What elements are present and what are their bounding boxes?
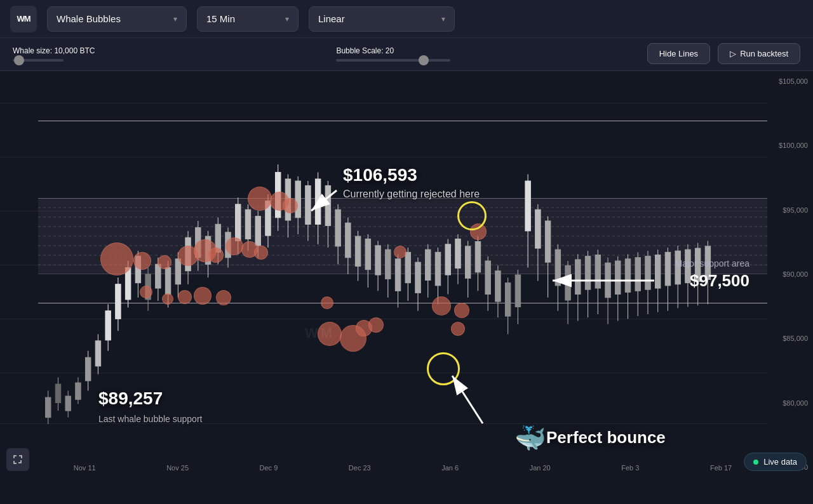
play-icon: ▷ bbox=[730, 49, 736, 58]
time-label: 15 Min bbox=[206, 13, 235, 24]
svg-rect-99 bbox=[495, 271, 501, 302]
svg-rect-91 bbox=[455, 239, 460, 268]
svg-rect-105 bbox=[525, 181, 530, 231]
chevron-down-icon: ▾ bbox=[441, 15, 445, 23]
svg-rect-61 bbox=[306, 185, 311, 224]
price-label: $85,000 bbox=[772, 335, 808, 342]
svg-rect-113 bbox=[565, 265, 570, 300]
whale-bubble bbox=[248, 187, 272, 211]
svg-rect-19 bbox=[95, 341, 100, 366]
whale-size-label: Whale size: 10,000 BTC bbox=[13, 46, 95, 55]
highlight-circle-top bbox=[457, 201, 487, 230]
controls-right: Hide Lines ▷ Run backtest bbox=[647, 43, 800, 64]
bounce-annotation: Perfect bounce bbox=[546, 428, 666, 448]
svg-rect-121 bbox=[605, 263, 610, 298]
time-dropdown[interactable]: 15 Min ▾ bbox=[197, 6, 299, 32]
svg-rect-81 bbox=[405, 252, 410, 282]
whale-bubble bbox=[368, 317, 384, 333]
date-label: Jan 6 bbox=[441, 464, 459, 472]
svg-rect-87 bbox=[435, 252, 440, 285]
bubble-scale-group: Bubble Scale: 20 bbox=[336, 46, 450, 62]
whale-bubbles-label: Whale Bubbles bbox=[57, 13, 121, 24]
controls-area: Whale size: 10,000 BTC Bubble Scale: 20 … bbox=[0, 38, 813, 71]
svg-rect-17 bbox=[85, 357, 90, 381]
svg-rect-107 bbox=[535, 209, 541, 248]
svg-rect-21 bbox=[105, 311, 111, 340]
svg-rect-127 bbox=[635, 258, 640, 291]
whale-bubble bbox=[178, 290, 192, 304]
svg-rect-125 bbox=[625, 259, 630, 292]
bubble-scale-slider[interactable] bbox=[336, 59, 450, 62]
svg-rect-71 bbox=[355, 236, 360, 266]
date-label: Dec 23 bbox=[349, 464, 371, 472]
whale-size-thumb[interactable] bbox=[14, 55, 24, 65]
hide-lines-button[interactable]: Hide Lines bbox=[647, 43, 710, 64]
svg-rect-131 bbox=[655, 255, 661, 288]
chart-area: $105,000 $100,000 $95,000 $90,000 $85,00… bbox=[0, 71, 813, 477]
scale-dropdown[interactable]: Linear ▾ bbox=[309, 6, 455, 32]
price-label: $105,000 bbox=[772, 77, 808, 85]
svg-rect-101 bbox=[505, 283, 510, 316]
whale-bubble bbox=[140, 286, 152, 298]
svg-rect-13 bbox=[65, 396, 71, 411]
whale-bubble bbox=[432, 296, 451, 315]
live-data-label: Live data bbox=[763, 457, 797, 467]
svg-rect-75 bbox=[375, 246, 380, 275]
whale-bubble bbox=[321, 296, 333, 309]
svg-rect-69 bbox=[346, 223, 351, 258]
logo: WM bbox=[10, 6, 37, 32]
whale-bubble bbox=[162, 293, 173, 305]
date-label: Feb 17 bbox=[710, 464, 732, 472]
svg-rect-49 bbox=[245, 209, 250, 239]
svg-rect-67 bbox=[335, 209, 340, 246]
whale-bubble bbox=[451, 322, 465, 336]
svg-rect-97 bbox=[485, 261, 490, 294]
mid-price-annotation: $97,500 bbox=[690, 271, 749, 291]
svg-rect-89 bbox=[445, 244, 450, 275]
whale-bubble bbox=[254, 246, 268, 260]
svg-rect-93 bbox=[466, 246, 471, 278]
date-label: Nov 11 bbox=[74, 464, 96, 472]
whale-bubble bbox=[216, 290, 231, 305]
whale-bubble bbox=[208, 248, 224, 263]
price-label: $90,000 bbox=[772, 270, 808, 278]
bubble-scale-thumb[interactable] bbox=[419, 55, 429, 65]
svg-rect-109 bbox=[545, 221, 550, 262]
whale-bubble bbox=[454, 303, 469, 318]
top-price-annotation: $106,593 bbox=[343, 165, 417, 185]
svg-rect-23 bbox=[116, 284, 121, 319]
expand-button[interactable] bbox=[6, 448, 29, 471]
date-label: Nov 25 bbox=[166, 464, 189, 472]
whale-size-slider[interactable] bbox=[13, 59, 64, 62]
svg-rect-129 bbox=[645, 256, 650, 289]
bottom-subtitle-annotation: Last whale bubble support bbox=[98, 414, 202, 424]
svg-rect-119 bbox=[595, 255, 600, 288]
live-indicator bbox=[753, 460, 758, 465]
bubble-scale-label: Bubble Scale: 20 bbox=[336, 46, 450, 55]
svg-rect-115 bbox=[575, 260, 581, 295]
support-area-label: Major support area bbox=[675, 258, 749, 269]
svg-rect-103 bbox=[515, 275, 520, 307]
svg-rect-59 bbox=[295, 181, 300, 218]
svg-rect-111 bbox=[555, 249, 560, 286]
svg-rect-11 bbox=[55, 384, 60, 402]
chevron-down-icon: ▾ bbox=[173, 15, 177, 23]
svg-rect-85 bbox=[426, 249, 431, 280]
expand-icon bbox=[12, 454, 24, 465]
whale-bubble bbox=[194, 287, 212, 305]
run-backtest-button[interactable]: ▷ Run backtest bbox=[718, 43, 800, 64]
scale-label: Linear bbox=[318, 13, 345, 24]
svg-rect-33 bbox=[165, 268, 170, 295]
whale-bubbles-dropdown[interactable]: Whale Bubbles ▾ bbox=[47, 6, 187, 32]
svg-rect-79 bbox=[395, 259, 400, 291]
watermark: WM bbox=[305, 325, 335, 342]
svg-rect-51 bbox=[255, 216, 260, 246]
whale-bubble bbox=[100, 242, 133, 275]
svg-rect-77 bbox=[386, 249, 391, 279]
bottom-price-annotation: $89,257 bbox=[98, 388, 163, 409]
chevron-down-icon: ▾ bbox=[285, 15, 289, 23]
whale-bubble bbox=[225, 237, 243, 255]
whale-size-group: Whale size: 10,000 BTC bbox=[13, 46, 95, 62]
date-label: Dec 9 bbox=[260, 464, 278, 472]
topbar: WM Whale Bubbles ▾ 15 Min ▾ Linear ▾ bbox=[0, 0, 813, 38]
